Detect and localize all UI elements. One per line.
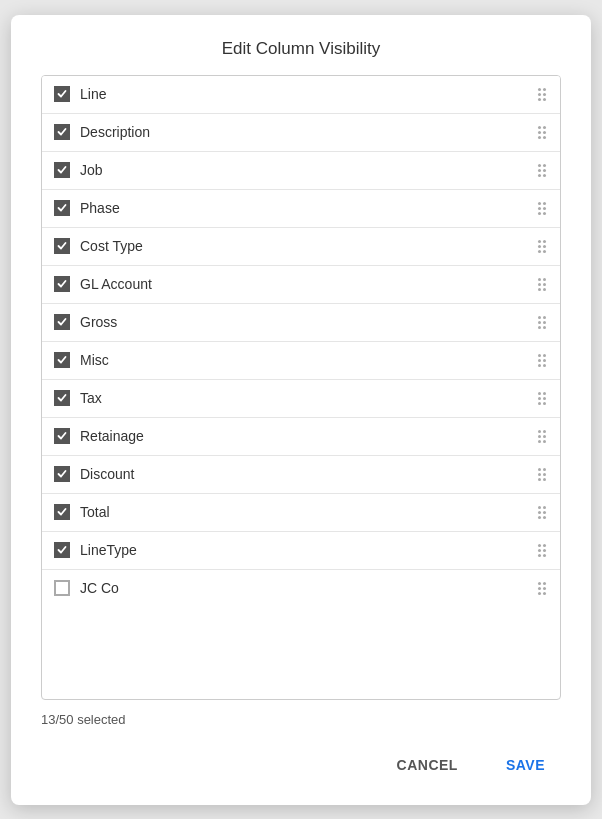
status-bar: 13/50 selected	[11, 700, 591, 733]
dialog-title: Edit Column Visibility	[11, 15, 591, 75]
column-list-scroll[interactable]: LineDescriptionJobPhaseCost TypeGL Accou…	[42, 76, 560, 699]
label-tax: Tax	[80, 390, 102, 406]
label-description: Description	[80, 124, 150, 140]
save-button[interactable]: SAVE	[490, 749, 561, 781]
label-cost-type: Cost Type	[80, 238, 143, 254]
label-job: Job	[80, 162, 103, 178]
drag-handle-description[interactable]	[536, 124, 548, 141]
checkbox-cost-type[interactable]	[54, 238, 70, 254]
drag-handle-tax[interactable]	[536, 390, 548, 407]
label-discount: Discount	[80, 466, 134, 482]
drag-handle-job[interactable]	[536, 162, 548, 179]
list-item: Description	[42, 114, 560, 152]
list-item: Job	[42, 152, 560, 190]
drag-handle-line[interactable]	[536, 86, 548, 103]
label-total: Total	[80, 504, 110, 520]
drag-handle-phase[interactable]	[536, 200, 548, 217]
list-item: Line	[42, 76, 560, 114]
cancel-button[interactable]: CANCEL	[381, 749, 474, 781]
checkbox-job[interactable]	[54, 162, 70, 178]
list-item: LineType	[42, 532, 560, 570]
list-item: GL Account	[42, 266, 560, 304]
drag-handle-gross[interactable]	[536, 314, 548, 331]
column-list-container: LineDescriptionJobPhaseCost TypeGL Accou…	[41, 75, 561, 700]
drag-handle-retainage[interactable]	[536, 428, 548, 445]
drag-handle-total[interactable]	[536, 504, 548, 521]
list-item: Retainage	[42, 418, 560, 456]
drag-handle-linetype[interactable]	[536, 542, 548, 559]
drag-handle-misc[interactable]	[536, 352, 548, 369]
drag-handle-jc-co[interactable]	[536, 580, 548, 597]
label-line: Line	[80, 86, 106, 102]
list-item: Cost Type	[42, 228, 560, 266]
label-phase: Phase	[80, 200, 120, 216]
label-jc-co: JC Co	[80, 580, 119, 596]
checkbox-gl-account[interactable]	[54, 276, 70, 292]
checkbox-tax[interactable]	[54, 390, 70, 406]
list-item: Tax	[42, 380, 560, 418]
edit-column-visibility-dialog: Edit Column Visibility LineDescriptionJo…	[11, 15, 591, 805]
label-gross: Gross	[80, 314, 117, 330]
selected-count: 13/50 selected	[41, 712, 126, 727]
drag-handle-cost-type[interactable]	[536, 238, 548, 255]
label-gl-account: GL Account	[80, 276, 152, 292]
checkbox-jc-co[interactable]	[54, 580, 70, 596]
dialog-footer: CANCEL SAVE	[11, 733, 591, 805]
checkbox-gross[interactable]	[54, 314, 70, 330]
checkbox-linetype[interactable]	[54, 542, 70, 558]
checkbox-misc[interactable]	[54, 352, 70, 368]
checkbox-retainage[interactable]	[54, 428, 70, 444]
list-item: JC Co	[42, 570, 560, 607]
label-misc: Misc	[80, 352, 109, 368]
list-item: Misc	[42, 342, 560, 380]
checkbox-line[interactable]	[54, 86, 70, 102]
drag-handle-gl-account[interactable]	[536, 276, 548, 293]
checkbox-phase[interactable]	[54, 200, 70, 216]
list-item: Total	[42, 494, 560, 532]
drag-handle-discount[interactable]	[536, 466, 548, 483]
list-item: Gross	[42, 304, 560, 342]
checkbox-discount[interactable]	[54, 466, 70, 482]
checkbox-description[interactable]	[54, 124, 70, 140]
label-retainage: Retainage	[80, 428, 144, 444]
list-item: Phase	[42, 190, 560, 228]
label-linetype: LineType	[80, 542, 137, 558]
list-item: Discount	[42, 456, 560, 494]
checkbox-total[interactable]	[54, 504, 70, 520]
